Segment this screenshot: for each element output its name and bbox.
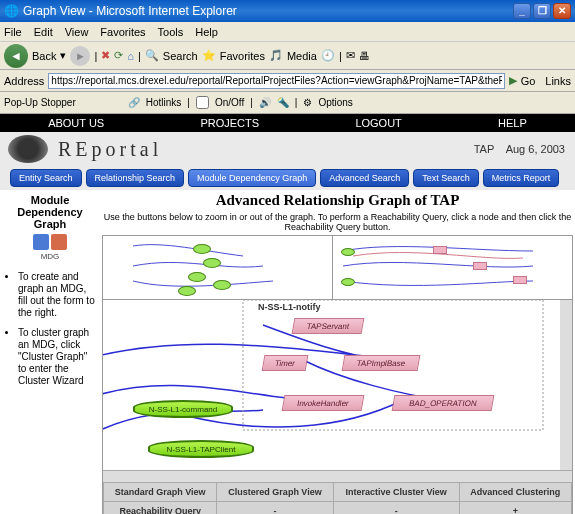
hotlinks-label[interactable]: Hotlinks <box>146 97 182 108</box>
menu-bar: File Edit View Favorites Tools Help <box>0 22 575 42</box>
refresh-icon[interactable]: ⟳ <box>114 49 123 62</box>
tab-metrics-report[interactable]: Metrics Report <box>483 169 560 187</box>
tab-module-dependency-graph[interactable]: Module Dependency Graph <box>188 169 316 187</box>
graph-node[interactable]: TAPServant <box>292 318 365 334</box>
clustered-graph-view-button[interactable]: Clustered Graph View <box>217 483 333 502</box>
graph-node[interactable]: N-SS-L1-TAPClient <box>148 440 254 458</box>
nav-about[interactable]: ABOUT US <box>48 117 104 129</box>
title-bar: 🌐 Graph View - Microsoft Internet Explor… <box>0 0 575 22</box>
separator: | <box>94 50 97 62</box>
sidebar-item: To create and graph an MDG, fill out the… <box>18 271 96 319</box>
print-icon[interactable]: 🖶 <box>359 50 370 62</box>
cluster-label: N-SS-L1-notify <box>258 302 321 312</box>
tool-icon[interactable]: 🔦 <box>277 97 289 108</box>
app-nav: ABOUT US PROJECTS LOGOUT HELP <box>0 114 575 132</box>
sidebar-item: To cluster graph an MDG, click "Cluster … <box>18 327 96 387</box>
separator: | <box>295 97 298 108</box>
graph-node[interactable]: N-SS-L1-command <box>133 400 233 418</box>
zoom-out-button[interactable]: - <box>217 502 333 515</box>
separator: | <box>187 97 190 108</box>
graph-node[interactable]: Timer <box>262 355 309 371</box>
popup-stopper-label[interactable]: Pop-Up Stopper <box>4 97 76 108</box>
mail-icon[interactable]: ✉ <box>346 49 355 62</box>
sidebar-title: Module Dependency Graph <box>4 194 96 230</box>
search-icon[interactable]: 🔍 <box>145 49 159 62</box>
window-title: Graph View - Microsoft Internet Explorer <box>23 4 237 18</box>
menu-view[interactable]: View <box>65 26 89 38</box>
reachability-query-button[interactable]: Reachability Query <box>104 502 217 515</box>
close-button[interactable]: ✕ <box>553 3 571 19</box>
mdg-icon[interactable] <box>33 234 49 250</box>
go-icon[interactable]: ▶ <box>509 74 517 87</box>
media-icon[interactable]: 🎵 <box>269 49 283 62</box>
search-label[interactable]: Search <box>163 50 198 62</box>
sidebar: Module Dependency Graph MDG To create an… <box>0 190 100 514</box>
tab-relationship-search[interactable]: Relationship Search <box>86 169 185 187</box>
menu-favorites[interactable]: Favorites <box>100 26 145 38</box>
menu-tools[interactable]: Tools <box>158 26 184 38</box>
options-label[interactable]: Options <box>318 97 352 108</box>
home-icon[interactable]: ⌂ <box>127 50 134 62</box>
graph-node[interactable]: BAD_OPERATION <box>392 395 495 411</box>
menu-help[interactable]: Help <box>195 26 218 38</box>
separator: | <box>138 50 141 62</box>
menu-file[interactable]: File <box>4 26 22 38</box>
graph-node[interactable]: InvokeHandler <box>282 395 365 411</box>
sidebar-icons[interactable]: MDG <box>4 234 96 261</box>
header-date: Aug 6, 2003 <box>506 143 565 155</box>
advanced-clustering-button[interactable]: Advanced Clustering <box>459 483 571 502</box>
favorites-label[interactable]: Favorites <box>220 50 265 62</box>
stop-icon[interactable]: ✖ <box>101 49 110 62</box>
back-button[interactable]: ◄ <box>4 44 28 68</box>
address-label: Address <box>4 75 44 87</box>
address-bar: Address ▶ Go Links <box>0 70 575 92</box>
app-title: REportal <box>58 138 162 161</box>
horizontal-scrollbar[interactable] <box>103 470 572 482</box>
tab-advanced-search[interactable]: Advanced Search <box>320 169 409 187</box>
favorites-icon[interactable]: ⭐ <box>202 49 216 62</box>
overview-panel-right[interactable] <box>333 236 572 299</box>
zoom-in-button[interactable]: + <box>459 502 571 515</box>
menu-edit[interactable]: Edit <box>34 26 53 38</box>
minimize-button[interactable]: _ <box>513 3 531 19</box>
nav-logout[interactable]: LOGOUT <box>355 117 401 129</box>
media-label[interactable]: Media <box>287 50 317 62</box>
view-controls-table: Standard Graph View Clustered Graph View… <box>103 482 572 514</box>
graph-node[interactable]: TAPImplBase <box>342 355 421 371</box>
onoff-label[interactable]: On/Off <box>215 97 244 108</box>
separator: | <box>250 97 253 108</box>
onoff-checkbox[interactable] <box>196 96 209 109</box>
mdg-icon-label: MDG <box>41 252 60 261</box>
logo-icon <box>8 135 48 163</box>
back-label[interactable]: Back <box>32 50 56 62</box>
secondary-toolbar: Pop-Up Stopper 🔗 Hotlinks | On/Off | 🔊 🔦… <box>0 92 575 114</box>
tool-icon[interactable]: ⚙ <box>303 97 312 108</box>
instructions: Use the buttons below to zoom in or out … <box>102 212 573 232</box>
nav-projects[interactable]: PROJECTS <box>200 117 259 129</box>
main-graph-panel[interactable]: N-SS-L1-notify TAPServant Timer TAPImplB… <box>103 300 572 470</box>
maximize-button[interactable]: ❐ <box>533 3 551 19</box>
overview-panel-left[interactable] <box>103 236 333 299</box>
ie-icon: 🌐 <box>4 4 19 18</box>
graph-panels: N-SS-L1-notify TAPServant Timer TAPImplB… <box>102 235 573 514</box>
hotlinks-icon[interactable]: 🔗 <box>128 97 140 108</box>
nav-help[interactable]: HELP <box>498 117 527 129</box>
tool-icon[interactable]: 🔊 <box>259 97 271 108</box>
tab-text-search[interactable]: Text Search <box>413 169 479 187</box>
project-name: TAP <box>474 143 494 155</box>
tab-row: Entity Search Relationship Search Module… <box>0 166 575 190</box>
cluster-graph-icon[interactable] <box>51 234 67 250</box>
standard-graph-view-button[interactable]: Standard Graph View <box>104 483 217 502</box>
go-label[interactable]: Go <box>521 75 536 87</box>
separator: | <box>339 50 342 62</box>
links-label[interactable]: Links <box>545 75 571 87</box>
address-input[interactable] <box>48 73 504 89</box>
app-header: REportal TAP Aug 6, 2003 <box>0 132 575 166</box>
back-dropdown-icon[interactable]: ▾ <box>60 49 66 62</box>
history-icon[interactable]: 🕘 <box>321 49 335 62</box>
interactive-cluster-view-button[interactable]: Interactive Cluster View <box>333 483 459 502</box>
zoom-out-button-2[interactable]: - <box>333 502 459 515</box>
main-toolbar: ◄ Back ▾ ► | ✖ ⟳ ⌂ | 🔍 Search ⭐ Favorite… <box>0 42 575 70</box>
tab-entity-search[interactable]: Entity Search <box>10 169 82 187</box>
forward-button[interactable]: ► <box>70 46 90 66</box>
